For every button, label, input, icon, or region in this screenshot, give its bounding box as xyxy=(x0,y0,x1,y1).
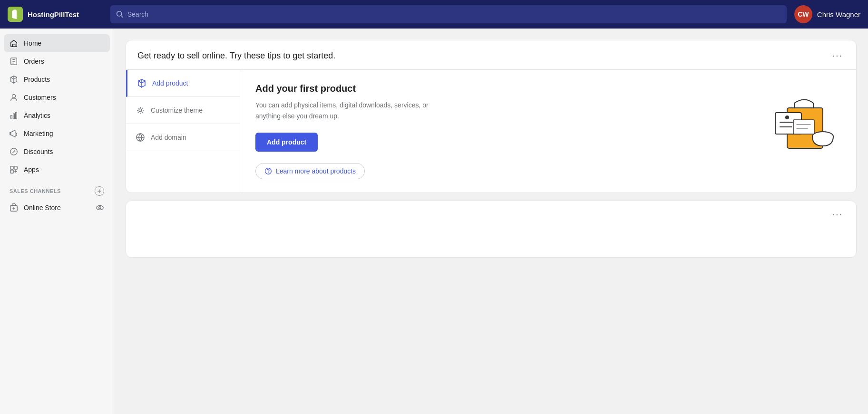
orders-icon xyxy=(10,57,18,66)
card-header: Get ready to sell online. Try these tips… xyxy=(126,40,856,69)
sidebar-item-home[interactable]: Home xyxy=(4,34,110,52)
tip-item-add-domain[interactable]: Add domain xyxy=(126,124,240,151)
sidebar-item-products-label: Products xyxy=(24,76,50,83)
sidebar-item-marketing[interactable]: Marketing xyxy=(4,125,110,143)
card-more-button[interactable]: ··· xyxy=(830,50,845,61)
svg-point-11 xyxy=(97,206,103,210)
sales-channels-label: SALES CHANNELS xyxy=(10,188,61,194)
second-card-more-button[interactable]: ··· xyxy=(830,209,845,220)
sidebar-item-analytics[interactable]: Analytics xyxy=(4,106,110,125)
add-domain-tip-icon xyxy=(136,133,145,142)
sidebar: Home Orders Products Customers xyxy=(0,29,114,414)
online-store-label: Online Store xyxy=(24,204,61,212)
online-store-icon xyxy=(10,203,18,212)
svg-point-16 xyxy=(268,173,269,173)
search-input[interactable] xyxy=(127,10,781,18)
shopify-logo-icon xyxy=(8,7,23,22)
tips-container: Add product Customize theme xyxy=(126,69,856,193)
products-icon xyxy=(10,75,18,84)
tip-add-product-label: Add product xyxy=(152,79,188,87)
product-illustration xyxy=(761,79,837,155)
help-circle-icon xyxy=(264,167,272,175)
discounts-icon xyxy=(10,147,18,156)
search-bar[interactable] xyxy=(110,5,787,23)
active-tip-content: Add your first product You can add physi… xyxy=(240,70,856,193)
tip-item-customize-theme[interactable]: Customize theme xyxy=(126,97,240,124)
customize-theme-tip-icon xyxy=(136,106,145,115)
learn-more-label: Learn more about products xyxy=(276,167,356,175)
active-tip-description: You can add physical items, digital down… xyxy=(255,100,436,121)
svg-point-2 xyxy=(12,95,15,98)
eye-icon xyxy=(96,203,104,212)
tip-add-domain-label: Add domain xyxy=(151,134,186,141)
sales-channels-section: SALES CHANNELS + xyxy=(4,179,110,199)
user-name: Chris Wagner xyxy=(817,10,860,19)
add-product-tip-icon xyxy=(137,78,146,88)
sidebar-item-discounts[interactable]: Discounts xyxy=(4,143,110,161)
card-title: Get ready to sell online. Try these tips… xyxy=(137,50,335,62)
svg-point-12 xyxy=(99,207,101,209)
avatar: CW xyxy=(794,5,812,23)
store-name: HostingPillTest xyxy=(28,10,79,19)
home-icon xyxy=(10,39,18,48)
sidebar-item-home-label: Home xyxy=(24,39,41,47)
sidebar-item-discounts-label: Discounts xyxy=(24,148,53,155)
tips-list: Add product Customize theme xyxy=(126,70,240,193)
svg-rect-9 xyxy=(10,170,13,173)
sidebar-item-orders[interactable]: Orders xyxy=(4,52,110,70)
svg-rect-4 xyxy=(13,114,15,119)
marketing-icon xyxy=(10,129,18,138)
customers-icon xyxy=(10,93,18,102)
learn-more-button[interactable]: Learn more about products xyxy=(255,163,365,179)
topnav: HostingPillTest CW Chris Wagner xyxy=(0,0,868,29)
sidebar-item-orders-label: Orders xyxy=(24,58,44,65)
getting-started-card: Get ready to sell online. Try these tips… xyxy=(126,40,857,193)
search-icon xyxy=(116,10,124,18)
sidebar-item-online-store[interactable]: Online Store xyxy=(4,199,110,217)
online-store-left: Online Store xyxy=(10,203,61,212)
sidebar-item-customers[interactable]: Customers xyxy=(4,88,110,106)
sidebar-item-marketing-label: Marketing xyxy=(24,130,53,137)
apps-icon xyxy=(10,165,18,174)
svg-rect-21 xyxy=(793,120,814,134)
sidebar-item-products[interactable]: Products xyxy=(4,70,110,88)
brand[interactable]: HostingPillTest xyxy=(8,7,103,22)
svg-rect-3 xyxy=(11,116,12,119)
sidebar-item-analytics-label: Analytics xyxy=(24,112,50,119)
svg-point-13 xyxy=(139,109,142,112)
svg-rect-8 xyxy=(14,166,17,169)
svg-point-19 xyxy=(785,116,789,119)
active-tip-title: Add your first product xyxy=(255,83,841,94)
sidebar-item-apps[interactable]: Apps xyxy=(4,161,110,179)
analytics-icon xyxy=(10,111,18,120)
add-product-button[interactable]: Add product xyxy=(255,133,318,152)
svg-rect-5 xyxy=(16,112,17,119)
add-sales-channel-button[interactable]: + xyxy=(95,186,104,196)
main-layout: Home Orders Products Customers xyxy=(0,29,868,414)
main-content: Get ready to sell online. Try these tips… xyxy=(114,29,868,414)
user-menu[interactable]: CW Chris Wagner xyxy=(794,5,860,23)
second-card: ··· xyxy=(126,201,857,258)
svg-rect-7 xyxy=(10,166,13,169)
tip-item-add-product[interactable]: Add product xyxy=(126,70,240,97)
sidebar-item-customers-label: Customers xyxy=(24,94,56,101)
sidebar-item-apps-label: Apps xyxy=(24,166,39,173)
tip-customize-theme-label: Customize theme xyxy=(151,106,203,114)
